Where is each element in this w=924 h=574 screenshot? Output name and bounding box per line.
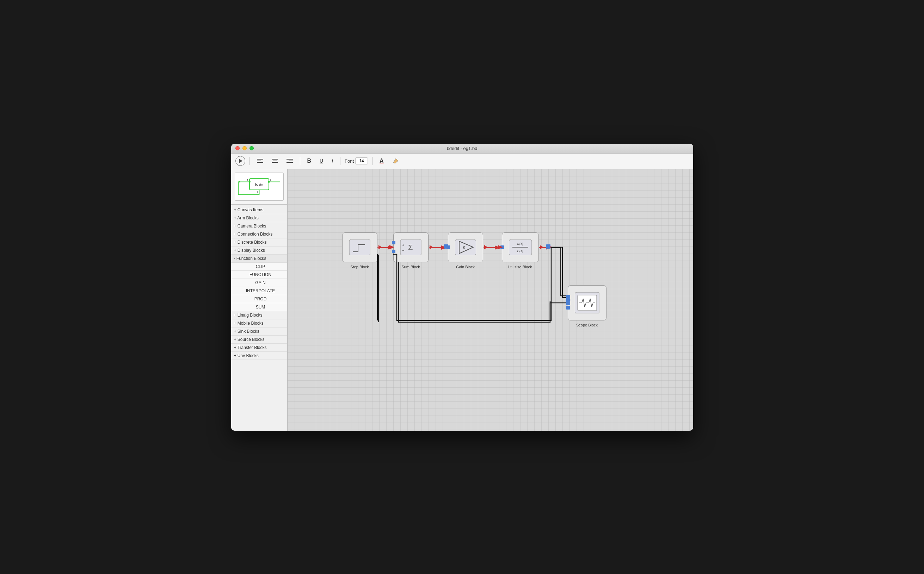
svg-text:2: 2 <box>257 191 258 193</box>
lti-block-label: Lti_siso Block <box>499 265 541 269</box>
sum-output-arrow <box>430 245 433 249</box>
sidebar-item-canvas-items[interactable]: + Canvas Items <box>231 206 287 214</box>
svg-text:+: + <box>402 243 404 247</box>
sum-input-port-2 <box>392 250 396 253</box>
sidebar-item-prod[interactable]: PROD <box>231 295 287 303</box>
step-block[interactable]: Step Block <box>342 232 377 262</box>
close-button[interactable] <box>236 146 240 150</box>
step-block-label: Step Block <box>339 265 381 269</box>
separator-3 <box>340 157 340 165</box>
italic-button[interactable]: I <box>329 157 336 165</box>
lti-output-arrow <box>540 245 543 249</box>
canvas-area[interactable]: Step Block + − Σ Sum Block <box>288 169 693 430</box>
align-right-button[interactable] <box>284 157 296 165</box>
wiring-svg <box>288 169 693 430</box>
sidebar-item-linalg-blocks[interactable]: + Linalg Blocks <box>231 311 287 319</box>
separator-2 <box>300 157 300 165</box>
play-button[interactable] <box>236 156 245 166</box>
svg-rect-27 <box>349 240 370 255</box>
lti-block[interactable]: N(s) D(s) Lti_siso Block <box>502 232 539 262</box>
svg-text:Σ: Σ <box>408 243 413 252</box>
scope-block-label: Scope Block <box>566 323 608 327</box>
bold-button[interactable]: B <box>304 156 314 166</box>
sidebar-item-function[interactable]: FUNCTION <box>231 271 287 279</box>
sidebar-item-sum[interactable]: SUM <box>231 303 287 311</box>
sum-block-icon: + − Σ <box>400 240 421 255</box>
sidebar-list: + Canvas Items + Arm Blocks + Camera Blo… <box>231 205 287 430</box>
preview-diagram: bdsim 1 3 2 <box>235 173 283 200</box>
main-area: bdsim 1 3 2 <box>231 169 693 430</box>
play-icon <box>239 159 242 163</box>
window-title: bdedit - eg1.bd <box>447 146 478 151</box>
sidebar-item-connection-blocks[interactable]: + Connection Blocks <box>231 230 287 238</box>
svg-point-12 <box>248 181 250 183</box>
sidebar-item-sink-blocks[interactable]: + Sink Blocks <box>231 328 287 336</box>
sidebar: bdsim 1 3 2 <box>231 169 288 430</box>
scope-input-port-2 <box>566 306 570 309</box>
align-right-icon <box>286 158 293 163</box>
sum-block-label: Sum Block <box>390 265 432 269</box>
sidebar-item-function-blocks[interactable]: - Function Blocks <box>231 255 287 263</box>
svg-text:N(s): N(s) <box>517 242 523 246</box>
sidebar-item-display-blocks[interactable]: + Display Blocks <box>231 246 287 255</box>
step-block-icon <box>349 240 370 255</box>
gain-input-port <box>446 246 450 249</box>
svg-text:−: − <box>402 248 404 252</box>
sidebar-item-uav-blocks[interactable]: + Uav Blocks <box>231 352 287 360</box>
titlebar: bdedit - eg1.bd <box>231 144 693 153</box>
lti-block-icon: N(s) D(s) <box>509 240 532 255</box>
preview-area: bdsim 1 3 2 <box>231 169 287 205</box>
scope-input-port-1 <box>566 299 570 302</box>
font-label: Font <box>345 158 354 164</box>
align-left-icon <box>257 158 263 163</box>
align-center-button[interactable] <box>269 157 281 165</box>
gain-block-icon: K <box>455 240 476 255</box>
gain-block[interactable]: K Gain Block <box>448 232 483 262</box>
svg-rect-46 <box>546 244 551 249</box>
svg-text:K: K <box>463 246 465 250</box>
align-center-icon <box>272 158 278 163</box>
toolbar: B U I Font A <box>231 153 693 169</box>
svg-text:1: 1 <box>247 178 248 181</box>
font-size-input[interactable] <box>355 158 368 164</box>
svg-text:D(s): D(s) <box>517 249 523 253</box>
underline-button[interactable]: U <box>317 157 326 165</box>
sidebar-item-gain[interactable]: GAIN <box>231 279 287 287</box>
main-window: bdedit - eg1.bd <box>231 144 693 430</box>
separator-1 <box>250 157 250 165</box>
svg-text:3: 3 <box>269 178 271 181</box>
gain-output-arrow <box>484 245 488 249</box>
sidebar-item-transfer-blocks[interactable]: + Transfer Blocks <box>231 344 287 352</box>
lti-input-port <box>500 246 504 249</box>
connection-lines <box>288 169 693 430</box>
font-control: Font <box>345 158 368 164</box>
eraser-icon <box>392 158 399 164</box>
sidebar-item-arm-blocks[interactable]: + Arm Blocks <box>231 214 287 222</box>
text-color-button[interactable]: A <box>377 156 387 166</box>
minimize-button[interactable] <box>242 146 247 150</box>
step-output-arrow <box>378 245 382 249</box>
traffic-lights <box>236 146 254 150</box>
preview-canvas: bdsim 1 3 2 <box>235 173 284 201</box>
scope-block[interactable]: Scope Block <box>568 285 606 320</box>
separator-4 <box>372 157 372 165</box>
maximize-button[interactable] <box>250 146 254 150</box>
sidebar-item-clip[interactable]: CLIP <box>231 263 287 271</box>
sidebar-item-source-blocks[interactable]: + Source Blocks <box>231 336 287 344</box>
align-left-button[interactable] <box>254 157 266 165</box>
sidebar-item-camera-blocks[interactable]: + Camera Blocks <box>231 222 287 230</box>
sidebar-item-interpolate[interactable]: INTERPOLATE <box>231 287 287 295</box>
scope-block-icon <box>575 292 600 314</box>
sum-input-port-1 <box>392 241 396 244</box>
svg-text:bdsim: bdsim <box>255 183 263 186</box>
sidebar-item-mobile-blocks[interactable]: + Mobile Blocks <box>231 319 287 328</box>
gain-block-label: Gain Block <box>445 265 487 269</box>
eraser-button[interactable] <box>389 156 402 166</box>
sidebar-item-discrete-blocks[interactable]: + Discrete Blocks <box>231 238 287 246</box>
sum-block[interactable]: + − Σ Sum Block <box>393 232 429 262</box>
